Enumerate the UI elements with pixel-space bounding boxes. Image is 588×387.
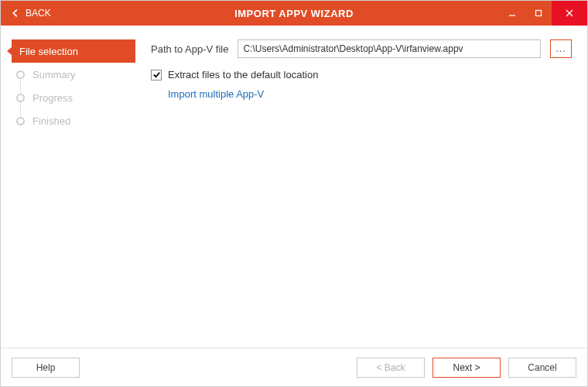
wizard-steps-sidebar: File selection Summary Progress Finished [12,39,135,348]
minimize-icon [508,9,516,17]
maximize-button[interactable] [525,1,552,26]
checkmark-icon [152,70,161,79]
titlebar: BACK IMPORT APPV WIZARD [1,1,587,26]
step-summary: Summary [12,63,135,86]
cancel-button[interactable]: Cancel [508,358,576,378]
content-area: File selection Summary Progress Finished… [1,26,587,348]
close-button[interactable] [552,1,587,26]
step-connector [20,78,21,94]
step-circle-icon [16,94,25,102]
step-file-selection[interactable]: File selection [12,39,135,63]
extract-checkbox-row: Extract files to the default location [151,69,572,80]
svg-rect-1 [536,11,542,16]
step-label: Summary [32,69,76,80]
step-connector [20,101,21,117]
back-label: BACK [26,8,51,19]
step-progress: Progress [12,86,135,109]
import-multiple-link[interactable]: Import multiple App-V [168,88,572,100]
step-circle-icon [16,117,25,125]
minimize-button[interactable] [499,1,525,26]
path-label: Path to App-V file [151,43,228,55]
arrow-left-icon [10,8,21,19]
back-nav-button: < Back [357,358,425,378]
step-label: Finished [32,115,70,127]
browse-button[interactable]: ... [550,39,572,58]
path-input[interactable] [238,39,541,58]
main-panel: Path to App-V file ... Extract files to … [151,39,576,348]
window-title: IMPORT APPV WIZARD [234,8,354,19]
close-icon [566,9,573,17]
back-button[interactable]: BACK [1,1,60,26]
step-label: Progress [32,92,73,104]
step-finished: Finished [12,109,135,132]
maximize-icon [535,9,542,17]
window-controls [499,1,587,26]
extract-label: Extract files to the default location [168,69,318,80]
path-row: Path to App-V file ... [151,39,572,58]
next-button[interactable]: Next > [432,358,501,378]
footer: Help < Back Next > Cancel [1,348,587,386]
step-label: File selection [19,46,78,57]
step-circle-icon [16,70,25,79]
extract-checkbox[interactable] [151,70,162,80]
help-button[interactable]: Help [12,358,80,378]
